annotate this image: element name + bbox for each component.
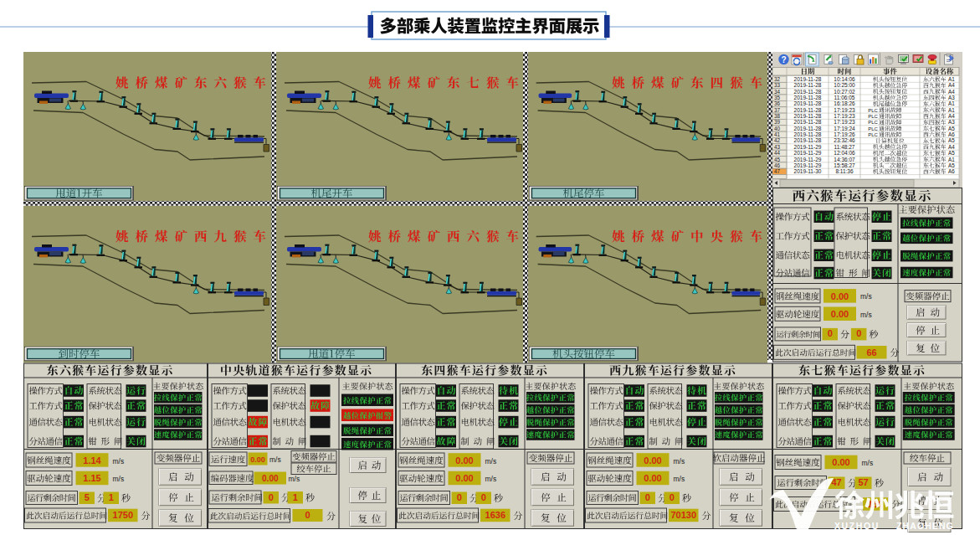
svg-text:m/s: m/s [674,475,685,483]
svg-text:2019-11-28: 2019-11-28 [794,107,822,113]
svg-text:57: 57 [858,477,868,487]
svg-text:0.00: 0.00 [644,473,661,483]
svg-text:PLC: PLC [868,108,878,113]
svg-text:A6: A6 [948,131,955,137]
svg-text:m/s: m/s [113,475,125,483]
svg-text:1750: 1750 [113,510,133,520]
svg-text:A5: A5 [948,137,955,143]
svg-text:44: 44 [774,150,781,156]
svg-text:11:48:27: 11:48:27 [834,144,855,150]
svg-text:23:32:46: 23:32:46 [834,137,855,143]
svg-text:A5: A5 [948,162,955,168]
svg-text:m/s: m/s [485,475,497,483]
svg-text:8:11:36: 8:11:36 [835,168,854,174]
svg-text:10:27:02: 10:27:02 [834,89,855,95]
svg-text:2019-11-30: 2019-11-30 [794,168,822,174]
svg-text:2019-11-28: 2019-11-28 [794,82,822,88]
svg-text:?: ? [781,55,786,64]
svg-text:A4: A4 [948,144,955,150]
svg-text:40: 40 [774,126,781,131]
svg-text:33: 33 [774,82,781,88]
svg-text:37: 37 [774,107,781,113]
svg-text:2019-11-28: 2019-11-28 [794,119,822,125]
svg-text:A4: A4 [948,113,955,119]
svg-text:0: 0 [269,492,274,502]
svg-text:2019-11-28: 2019-11-28 [794,89,822,95]
svg-text:11:06:05: 11:06:05 [834,95,855,100]
svg-text:m/s: m/s [269,455,281,464]
svg-text:34: 34 [774,89,781,95]
svg-text:39: 39 [774,119,781,125]
svg-text:m/s: m/s [485,457,497,466]
svg-text:2019-11-28: 2019-11-28 [794,100,822,106]
svg-text:ZHAOHENG: ZHAOHENG [896,521,954,531]
svg-text:0.00: 0.00 [455,455,473,466]
svg-text:m/s: m/s [860,311,872,319]
svg-text:A1: A1 [948,107,955,113]
svg-text:1636: 1636 [485,510,505,520]
svg-text:PLC: PLC [868,126,878,131]
svg-text:45: 45 [774,157,781,162]
svg-text:42: 42 [774,137,781,143]
svg-text:2019-11-29: 2019-11-29 [794,144,822,150]
svg-text:m/s: m/s [860,292,872,301]
svg-text:0.00: 0.00 [832,457,849,467]
svg-text:0.00: 0.00 [250,455,265,464]
svg-text:PLC: PLC [868,132,878,137]
svg-text:1: 1 [293,492,298,502]
svg-text:m/s: m/s [113,457,125,466]
svg-text:2019-11-28: 2019-11-28 [794,137,822,143]
svg-text:A5: A5 [948,126,955,131]
svg-text:10:14:06: 10:14:06 [834,76,855,82]
svg-text:PLC: PLC [868,120,878,125]
svg-text:0.00: 0.00 [644,455,661,466]
svg-text:m/s: m/s [674,457,685,466]
svg-text:43: 43 [774,144,781,150]
svg-text:A1: A1 [948,157,955,162]
svg-text:70130: 70130 [671,510,697,520]
svg-text:66: 66 [866,347,876,358]
svg-text:41: 41 [774,131,781,137]
svg-text:A4: A4 [948,89,955,95]
svg-text:2019-11-28: 2019-11-28 [794,95,822,100]
svg-text:14:36:07: 14:36:07 [834,157,855,162]
svg-text:0.00: 0.00 [831,291,849,301]
svg-text:A6: A6 [948,168,955,174]
svg-text:1.15: 1.15 [83,473,100,483]
svg-text:1.14: 1.14 [83,455,101,466]
svg-text:17:19:24: 17:19:24 [834,126,855,131]
svg-text:17:19:23: 17:19:23 [834,107,855,113]
svg-text:A3: A3 [948,119,955,125]
svg-text:2019-11-28: 2019-11-28 [794,76,822,82]
svg-text:0: 0 [457,492,462,502]
svg-text:A1: A1 [948,76,955,82]
svg-text:10:25:00: 10:25:00 [834,82,855,88]
svg-text:17:19:26: 17:19:26 [834,131,855,137]
svg-text:2019-11-28: 2019-11-28 [794,131,822,137]
svg-text:A5: A5 [948,150,955,156]
svg-text:17:19:23: 17:19:23 [834,113,855,119]
svg-text:35: 35 [774,95,781,100]
svg-text:0.00: 0.00 [262,474,279,483]
svg-text:15:58:27: 15:58:27 [834,162,855,168]
svg-text:32: 32 [774,76,781,82]
svg-text:17:19:23: 17:19:23 [834,119,855,125]
svg-text:2019-11-29: 2019-11-29 [794,150,822,156]
svg-text:A1: A1 [948,100,955,106]
svg-text:12:04:06: 12:04:06 [834,150,855,156]
svg-text:PLC: PLC [868,114,878,119]
svg-text:0: 0 [856,328,861,338]
svg-text:2019-11-28: 2019-11-28 [794,113,822,119]
svg-text:47: 47 [774,168,781,174]
svg-text:0: 0 [670,492,675,502]
svg-text:36: 36 [774,100,781,106]
svg-text:0.00: 0.00 [831,309,849,319]
svg-text:m/s: m/s [862,459,874,467]
svg-text:m/s: m/s [289,475,300,483]
svg-text:XUZHOU: XUZHOU [834,521,880,531]
svg-text:0: 0 [828,328,833,338]
svg-text:2019-11-29: 2019-11-29 [794,162,822,168]
svg-text:16:18:26: 16:18:26 [834,100,855,106]
svg-text:2019-11-29: 2019-11-29 [794,157,822,162]
svg-text:A4: A4 [948,82,955,88]
